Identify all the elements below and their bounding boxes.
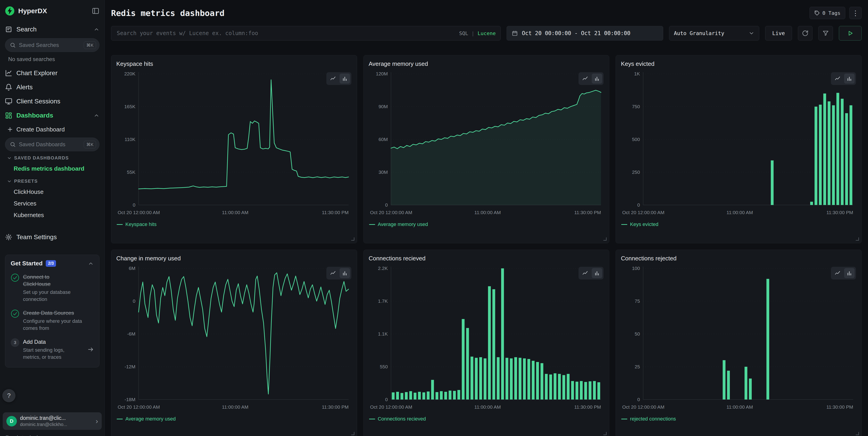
svg-text:165K: 165K (124, 104, 135, 109)
svg-text:90M: 90M (378, 104, 388, 109)
tags-button[interactable]: 0 Tags (809, 7, 845, 19)
task-create-data-sources[interactable]: Create Data Sources Configure where your… (11, 309, 94, 332)
tag-icon (814, 10, 820, 16)
task-connect-clickhouse[interactable]: Connect to ClickHouse Set up your databa… (11, 273, 94, 303)
resize-handle-icon[interactable] (855, 237, 860, 241)
chart-plot[interactable]: 2.2K1.7K1.1K5500Oct 20 12:00:00 AM11:00:… (368, 262, 605, 414)
svg-text:110K: 110K (125, 137, 135, 142)
saved-searches-search[interactable]: ⌘K (5, 38, 99, 52)
chart-title: Connections rejected (621, 255, 857, 262)
svg-text:-18M: -18M (124, 397, 135, 402)
sidebar-section-search[interactable]: Search (5, 22, 99, 37)
svg-text:11:00:00 AM: 11:00:00 AM (474, 404, 501, 410)
svg-text:Oct 20 12:00:00 AM: Oct 20 12:00:00 AM (118, 404, 160, 410)
live-button[interactable]: Live (765, 26, 792, 40)
chart-plot[interactable]: 120M90M60M30M0Oct 20 12:00:00 AM11:00:00… (368, 68, 605, 220)
legend-swatch (369, 224, 375, 225)
sql-toggle[interactable]: SQL (459, 31, 468, 36)
line-chart-icon-button[interactable] (580, 74, 590, 84)
search-box: SQL | Lucene (111, 26, 501, 40)
svg-text:120M: 120M (376, 71, 388, 76)
chart-panel-keyspace-hits: Keyspace hits 220K165K110K55K0Oct 20 12:… (111, 55, 357, 243)
get-started-header[interactable]: Get Started 2/3 (11, 260, 94, 267)
chart-plot[interactable]: 6M0-6M-12M-18MOct 20 12:00:00 AM11:00:00… (116, 262, 352, 414)
filter-button[interactable] (818, 26, 833, 40)
resize-handle-icon[interactable] (350, 237, 355, 241)
sidebar-item-chart-explorer[interactable]: Chart Explorer (5, 66, 99, 80)
saved-searches-input[interactable] (19, 42, 81, 48)
svg-text:Oct 20 12:00:00 AM: Oct 20 12:00:00 AM (118, 210, 160, 215)
bar-chart-icon-button[interactable] (592, 74, 602, 84)
progress-badge: 2/3 (46, 260, 56, 267)
line-chart-icon-button[interactable] (832, 74, 843, 84)
svg-text:220K: 220K (124, 71, 135, 76)
user-menu[interactable]: D dominic.tran@clic... dominic.tran@clic… (3, 412, 102, 430)
legend-swatch (621, 224, 627, 225)
chart-panel-connections-rejected: Connections rejected 1007550250Oct 20 12… (616, 250, 862, 436)
chart-plot[interactable]: 1K7505002500Oct 20 12:00:00 AM11:00:00 A… (620, 68, 857, 220)
check-circle-icon (11, 309, 19, 318)
resize-handle-icon[interactable] (855, 431, 860, 436)
legend-swatch (117, 419, 123, 419)
presets-header[interactable]: PRESETS (7, 179, 99, 184)
bar-chart-icon-button[interactable] (844, 268, 855, 278)
svg-text:60M: 60M (378, 137, 388, 142)
saved-dashboards-input[interactable] (19, 141, 81, 148)
svg-text:0: 0 (385, 202, 388, 207)
sidebar-item-preset-kubernetes[interactable]: Kubernetes (5, 209, 99, 221)
saved-dashboards-search[interactable]: ⌘K (5, 138, 99, 151)
help-button[interactable]: ? (2, 389, 16, 402)
bar-chart-icon-button[interactable] (340, 268, 350, 278)
svg-text:11:00:00 AM: 11:00:00 AM (222, 404, 248, 410)
bar-chart-icon-button[interactable] (592, 268, 602, 278)
svg-text:100: 100 (632, 266, 640, 271)
resize-handle-icon[interactable] (602, 431, 607, 436)
resize-handle-icon[interactable] (602, 237, 607, 241)
gear-icon (5, 233, 12, 241)
chart-legend: rejected connections (620, 416, 857, 422)
sidebar-item-client-sessions[interactable]: Client Sessions (5, 94, 99, 109)
svg-text:75: 75 (635, 298, 640, 304)
search-input[interactable] (111, 26, 501, 40)
get-started-title: Get Started (11, 260, 42, 267)
svg-text:-6M: -6M (127, 331, 135, 337)
svg-text:250: 250 (632, 170, 640, 175)
sidebar-item-redis-dashboard[interactable]: Redis metrics dashboard (5, 163, 99, 174)
kebab-menu-button[interactable]: ⋮ (849, 7, 862, 19)
time-range-picker[interactable]: Oct 20 00:00:00 - Oct 21 00:00:00 (506, 26, 663, 40)
check-circle-icon (11, 273, 19, 282)
svg-text:11:00:00 AM: 11:00:00 AM (474, 210, 501, 215)
granularity-select[interactable]: Auto Granularity (669, 26, 759, 40)
saved-dashboards-header[interactable]: SAVED DASHBOARDS (7, 155, 99, 161)
line-chart-icon-button[interactable] (328, 268, 338, 278)
sidebar-item-preset-clickhouse[interactable]: ClickHouse (5, 186, 99, 198)
sidebar-item-team-settings[interactable]: Team Settings (5, 230, 99, 244)
svg-text:750: 750 (632, 104, 640, 109)
refresh-button[interactable] (798, 26, 812, 40)
clickhouse-cloud-teaser: Ready to deploy on ClickHouse Cloud? (3, 434, 102, 436)
toolbar: SQL | Lucene Oct 20 00:00:00 - Oct 21 00… (111, 26, 862, 40)
line-chart-icon-button[interactable] (832, 268, 843, 278)
resize-handle-icon[interactable] (350, 431, 355, 436)
sidebar-item-alerts[interactable]: Alerts (5, 80, 99, 94)
chart-plot[interactable]: 1007550250Oct 20 12:00:00 AM11:00:00 AM1… (620, 262, 857, 414)
lucene-toggle[interactable]: Lucene (478, 31, 496, 36)
chart-type-toggle (831, 267, 856, 280)
bar-chart-icon-button[interactable] (340, 74, 350, 84)
task-add-data[interactable]: 3 Add Data Start sending logs, metrics, … (11, 338, 94, 361)
chart-legend: Keyspace hits (116, 222, 352, 227)
chart-legend: Average memory used (368, 222, 605, 227)
chart-plot[interactable]: 220K165K110K55K0Oct 20 12:00:00 AM11:00:… (116, 68, 352, 220)
svg-text:-12M: -12M (124, 364, 135, 369)
bar-chart-icon-button[interactable] (844, 74, 855, 84)
collapse-sidebar-icon[interactable] (92, 7, 99, 15)
chevron-down-icon (7, 155, 12, 161)
line-chart-icon-button[interactable] (328, 74, 338, 84)
create-dashboard-button[interactable]: Create Dashboard (5, 122, 99, 136)
line-chart-icon (5, 69, 12, 77)
sidebar-item-dashboards[interactable]: Dashboards (5, 109, 99, 122)
line-chart-icon-button[interactable] (580, 268, 590, 278)
run-query-button[interactable] (839, 26, 862, 40)
chevron-up-icon (94, 113, 99, 118)
sidebar-item-preset-services[interactable]: Services (5, 198, 99, 209)
